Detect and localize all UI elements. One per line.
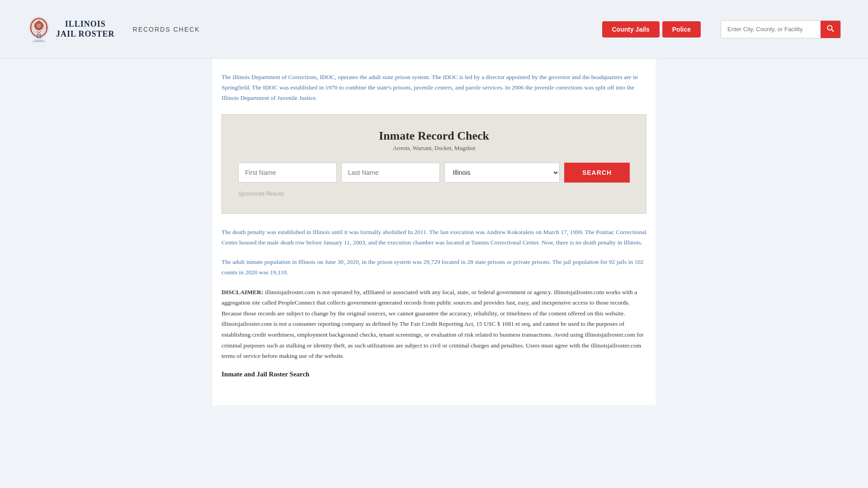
svg-point-9 [46, 27, 47, 28]
records-check-label: RECORDS CHECK [133, 26, 200, 33]
logo-jail-roster: JAIL ROSTER [56, 29, 115, 39]
sponsored-results-label: Sponsored Results [238, 191, 630, 197]
intro-paragraph: The Illinois Department of Corrections, … [222, 72, 646, 103]
main-content: The Illinois Department of Corrections, … [212, 59, 656, 405]
header-search-bar [721, 20, 841, 38]
header-search-input[interactable] [721, 22, 821, 37]
inmate-check-subtitle: Arrests, Warrant, Docket, Mugshot [238, 145, 630, 152]
inmate-record-check-box: Inmate Record Check Arrests, Warrant, Do… [222, 114, 646, 214]
logo-illinois: ILLINOIS [65, 19, 106, 29]
inmate-search-button[interactable]: SEARCH [564, 163, 630, 183]
state-seal-icon [27, 14, 51, 45]
first-name-input[interactable] [238, 163, 337, 183]
county-jails-button[interactable]: County Jails [602, 21, 660, 38]
disclaimer-text: illinoisjailroster.com is not operated b… [222, 289, 644, 360]
site-header: ILLINOIS JAIL ROSTER RECORDS CHECK Count… [0, 0, 868, 59]
bottom-heading: Inmate and Jail Roster Search [222, 371, 646, 378]
svg-point-6 [33, 21, 34, 23]
site-logo[interactable]: ILLINOIS JAIL ROSTER [27, 14, 115, 45]
nav-buttons: County Jails Police [602, 21, 701, 38]
disclaimer-label: DISCLAIMER: [222, 289, 263, 296]
state-select[interactable]: AlabamaAlaskaArizonaArkansasCaliforniaCo… [444, 163, 560, 183]
police-button[interactable]: Police [662, 21, 701, 38]
inmate-search-form: AlabamaAlaskaArizonaArkansasCaliforniaCo… [238, 163, 630, 183]
last-name-input[interactable] [341, 163, 440, 183]
inmate-check-title: Inmate Record Check [238, 129, 630, 143]
svg-line-13 [832, 29, 834, 31]
logo-text-block: ILLINOIS JAIL ROSTER [56, 19, 115, 39]
svg-point-7 [44, 21, 45, 23]
disclaimer-paragraph: DISCLAIMER: illinoisjailroster.com is no… [222, 287, 646, 361]
paragraph3: The adult inmate population in Illinois … [222, 257, 646, 278]
svg-point-8 [31, 27, 33, 28]
header-search-button[interactable] [821, 21, 840, 38]
svg-point-2 [37, 23, 41, 28]
search-icon [827, 25, 834, 32]
paragraph2: The death penalty was established in Ill… [222, 227, 646, 248]
